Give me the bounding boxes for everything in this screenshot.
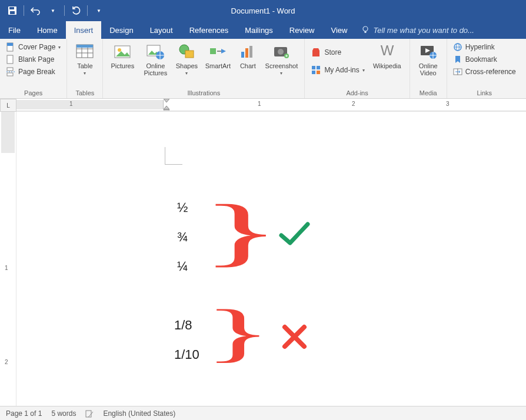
fraction-half: ½ xyxy=(177,200,188,215)
store-icon xyxy=(311,47,321,58)
status-language[interactable]: English (United States) xyxy=(103,409,175,418)
pictures-label: Pictures xyxy=(111,62,135,69)
ruler-row: L 1 1 2 3 xyxy=(0,99,526,112)
svg-marker-40 xyxy=(164,106,169,109)
window-title: Document1 - Word xyxy=(231,6,295,15)
fraction-quarter: ¼ xyxy=(177,259,188,274)
online-pictures-label: Online Pictures xyxy=(141,62,170,76)
tab-insert[interactable]: Insert xyxy=(66,21,102,39)
indent-marker-icon[interactable] xyxy=(164,99,169,111)
screenshot-icon xyxy=(272,42,291,61)
wikipedia-button[interactable]: W Wikipedia xyxy=(368,41,406,71)
horizontal-ruler[interactable]: 1 1 2 3 xyxy=(16,99,526,111)
wikipedia-icon: W xyxy=(378,42,397,61)
tab-references[interactable]: References xyxy=(181,21,237,39)
title-bar: ▼ ▼ Document1 - Word xyxy=(0,0,526,21)
screenshot-button[interactable]: Screenshot▾ xyxy=(262,41,301,77)
group-pages-label: Pages xyxy=(4,88,63,97)
chart-label: Chart xyxy=(240,62,256,69)
svg-rect-41 xyxy=(164,109,169,111)
screenshot-label: Screenshot xyxy=(265,62,298,69)
cross-reference-button[interactable]: Cross-reference xyxy=(451,66,518,78)
tell-me-search[interactable]: Tell me what you want to do... xyxy=(355,21,474,39)
addins-icon xyxy=(311,65,321,75)
tab-view[interactable]: View xyxy=(322,21,355,39)
group-addins-label: Add-ins xyxy=(308,88,405,97)
svg-rect-11 xyxy=(76,45,93,48)
shapes-button[interactable]: Shapes▾ xyxy=(172,41,201,77)
blank-page-icon xyxy=(6,55,15,64)
cover-page-button[interactable]: Cover Page▾ xyxy=(4,41,63,53)
svg-rect-17 xyxy=(185,51,194,58)
cover-page-label: Cover Page xyxy=(18,43,55,51)
page-break-button[interactable]: Page Break xyxy=(4,66,63,78)
tab-design[interactable]: Design xyxy=(101,21,141,39)
undo-icon xyxy=(30,6,41,15)
svg-point-13 xyxy=(118,48,121,52)
status-words[interactable]: 5 words xyxy=(51,409,76,418)
group-tables-label: Tables xyxy=(71,88,99,97)
svg-text:W: W xyxy=(380,42,394,58)
page-break-label: Page Break xyxy=(18,68,55,76)
online-pictures-button[interactable]: Online Pictures xyxy=(139,41,171,78)
tab-layout[interactable]: Layout xyxy=(142,21,181,39)
status-bar: Page 1 of 1 5 words English (United Stat… xyxy=(0,406,526,420)
pictures-button[interactable]: Pictures xyxy=(106,41,138,71)
store-button[interactable]: Store xyxy=(308,46,367,59)
chart-icon xyxy=(238,42,257,61)
vertical-ruler[interactable]: 1 2 xyxy=(0,112,16,406)
ribbon-tabs: File Home Insert Design Layout Reference… xyxy=(0,21,526,39)
svg-rect-42 xyxy=(86,411,91,417)
blank-page-label: Blank Page xyxy=(18,55,54,64)
redo-button[interactable] xyxy=(68,3,84,18)
video-icon xyxy=(419,42,438,61)
svg-rect-27 xyxy=(312,66,315,69)
tab-mailings[interactable]: Mailings xyxy=(237,21,281,39)
blank-page-button[interactable]: Blank Page xyxy=(4,54,63,65)
my-addins-button[interactable]: My Add-ins ▾ xyxy=(308,64,367,76)
save-button[interactable] xyxy=(5,3,20,18)
chart-button[interactable]: Chart xyxy=(235,41,261,71)
fraction-eighth: 1/8 xyxy=(174,318,192,333)
tab-home[interactable]: Home xyxy=(29,21,66,39)
online-video-button[interactable]: Online Video xyxy=(414,41,443,78)
status-page[interactable]: Page 1 of 1 xyxy=(6,409,42,418)
group-media-label: Media xyxy=(414,88,443,97)
smartart-button[interactable]: SmartArt xyxy=(202,41,234,71)
document-page[interactable]: ½ ¾ ¼ } 1/8 1/10 } xyxy=(16,112,526,406)
bookmark-label: Bookmark xyxy=(465,55,497,64)
svg-rect-29 xyxy=(312,71,315,74)
group-media: Online Video Media xyxy=(410,39,447,98)
hyperlink-button[interactable]: Hyperlink xyxy=(451,41,518,53)
svg-rect-4 xyxy=(365,31,367,33)
checkmark-icon xyxy=(278,221,311,247)
tab-review[interactable]: Review xyxy=(281,21,323,39)
qat-customize[interactable]: ▼ xyxy=(91,3,106,18)
undo-dropdown[interactable]: ▼ xyxy=(45,3,61,18)
table-icon xyxy=(75,42,94,61)
proofing-icon[interactable] xyxy=(85,409,94,418)
svg-point-3 xyxy=(363,26,368,31)
vruler-margin-shade xyxy=(1,112,15,153)
table-button[interactable]: Table▾ xyxy=(71,41,99,77)
tell-me-placeholder: Tell me what you want to do... xyxy=(373,26,474,35)
svg-point-24 xyxy=(278,49,284,55)
tab-selector[interactable]: L xyxy=(0,99,16,112)
shapes-icon xyxy=(177,42,196,61)
qat-separator xyxy=(87,5,88,16)
online-video-label: Online Video xyxy=(415,62,442,76)
cross-reference-label: Cross-reference xyxy=(465,68,516,76)
svg-rect-20 xyxy=(241,52,244,58)
svg-rect-2 xyxy=(10,11,15,14)
tab-file[interactable]: File xyxy=(0,21,29,39)
group-addins: Store My Add-ins ▾ W Wikipedia Add-ins xyxy=(305,39,410,98)
bookmark-button[interactable]: Bookmark xyxy=(451,54,518,65)
qat-separator xyxy=(64,5,65,16)
hyperlink-label: Hyperlink xyxy=(465,43,495,51)
crossref-icon xyxy=(453,67,462,76)
group-tables: Table▾ Tables xyxy=(67,39,103,98)
brace-icon: } xyxy=(204,300,272,365)
undo-button[interactable] xyxy=(28,3,43,18)
svg-marker-19 xyxy=(221,49,226,54)
svg-rect-30 xyxy=(317,71,320,74)
